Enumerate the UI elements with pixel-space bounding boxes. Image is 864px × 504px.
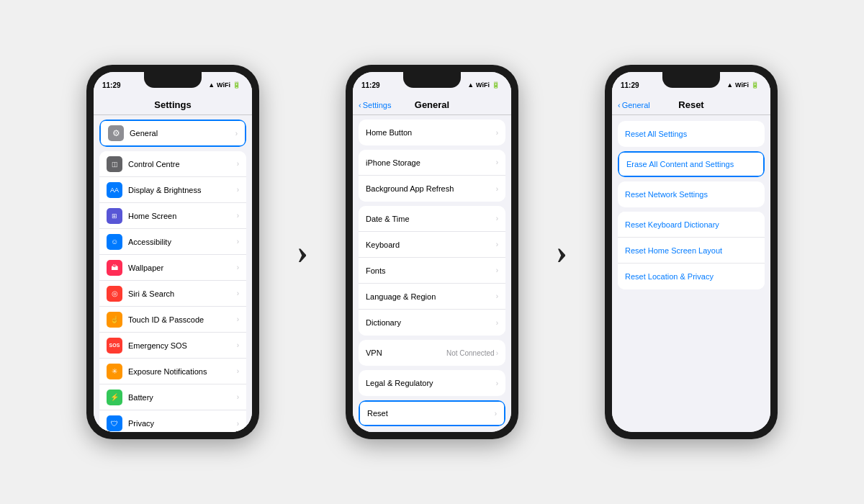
screen-title-2: General	[415, 99, 449, 110]
general-item-iphone-storage[interactable]: iPhone Storage ›	[359, 150, 505, 176]
general-item-vpn[interactable]: VPN Not Connected ›	[359, 340, 505, 366]
back-btn-general[interactable]: ‹ General	[618, 101, 650, 109]
screen-title-3: Reset	[678, 99, 703, 110]
general-group-3: Date & Time › Keyboard › Fonts › Languag…	[359, 206, 505, 336]
status-icons-2: ▲WiFi🔋	[467, 81, 500, 89]
notch-2	[403, 72, 461, 88]
settings-item-siri[interactable]: ◎ Siri & Search ›	[99, 281, 246, 307]
phone-2: 11:29 ▲WiFi🔋 ‹ Settings General Home But…	[346, 65, 518, 439]
back-label-general: General	[622, 101, 650, 109]
settings-item-privacy[interactable]: 🛡 Privacy ›	[99, 410, 246, 432]
reset-group-1: Reset All Settings	[618, 121, 765, 147]
icon-display: AA	[107, 182, 122, 198]
icon-touchid: ☝	[107, 312, 122, 328]
icon-sos: SOS	[107, 338, 122, 354]
back-label-settings: Settings	[363, 101, 392, 109]
nav-bar-2: ‹ Settings General	[353, 95, 511, 115]
icon-siri: ◎	[107, 286, 122, 302]
general-item-legal[interactable]: Legal & Regulatory ›	[359, 370, 505, 396]
status-icons-3: ▲WiFi🔋	[726, 81, 759, 89]
screen-content-1: ⚙ General › ◫ Control Centre › AA Displa…	[94, 115, 252, 432]
nav-bar-3: ‹ General Reset	[612, 95, 770, 115]
reset-group-others: Reset Keyboard Dictionary Reset Home Scr…	[618, 212, 765, 289]
general-item-date-time[interactable]: Date & Time ›	[359, 206, 505, 232]
general-item-keyboard[interactable]: Keyboard ›	[359, 232, 505, 258]
reset-group-network: Reset Network Settings	[618, 181, 765, 207]
general-group-reset: Reset ›	[359, 400, 505, 426]
phone-1: 11:29 ▲ WiFi 🔋 Settings ⚙ General ›	[86, 65, 259, 439]
reset-item-erase[interactable]: Erase All Content and Settings	[618, 151, 765, 177]
settings-item-control-centre[interactable]: ◫ Control Centre ›	[99, 151, 246, 177]
nav-bar-1: Settings	[94, 95, 252, 115]
general-item-reset[interactable]: Reset ›	[359, 400, 505, 426]
icon-battery: ⚡	[107, 390, 122, 405]
reset-group-erase: Erase All Content and Settings	[618, 151, 765, 177]
icon-exposure: ✳	[107, 364, 122, 379]
reset-item-home-screen-layout[interactable]: Reset Home Screen Layout	[618, 238, 765, 264]
settings-item-general[interactable]: ⚙ General ›	[99, 120, 246, 147]
reset-item-location[interactable]: Reset Location & Privacy	[618, 264, 765, 289]
settings-item-sos[interactable]: SOS Emergency SOS ›	[99, 333, 246, 359]
icon-wallpaper: 🏔	[107, 260, 122, 276]
notch-1	[144, 72, 202, 88]
phone-3: 11:29 ▲WiFi🔋 ‹ General Reset Reset All S…	[605, 65, 778, 439]
reset-item-all-settings[interactable]: Reset All Settings	[618, 121, 765, 147]
general-item-home-button[interactable]: Home Button ›	[359, 120, 505, 145]
reset-item-keyboard[interactable]: Reset Keyboard Dictionary	[618, 212, 765, 238]
settings-item-exposure[interactable]: ✳ Exposure Notifications ›	[99, 359, 246, 384]
settings-item-touchid[interactable]: ☝ Touch ID & Passcode ›	[99, 307, 246, 333]
group-settings-2: ◫ Control Centre › AA Display & Brightne…	[99, 151, 246, 432]
general-group-1: Home Button ›	[359, 120, 505, 145]
screen-content-3: Reset All Settings Erase All Content and…	[612, 115, 770, 432]
screen-content-2: Home Button › iPhone Storage › Backgroun…	[353, 115, 511, 432]
group-general: ⚙ General ›	[99, 120, 246, 147]
shut-down-container: Shut Down	[353, 431, 511, 432]
label-general: General	[130, 129, 235, 138]
settings-item-display[interactable]: AA Display & Brightness ›	[99, 177, 246, 203]
reset-item-network[interactable]: Reset Network Settings	[618, 181, 765, 207]
general-item-background-app[interactable]: Background App Refresh ›	[359, 176, 505, 202]
status-icons-1: ▲ WiFi 🔋	[208, 81, 240, 89]
general-group-2: iPhone Storage › Background App Refresh …	[359, 150, 505, 202]
time-1: 11:29	[102, 81, 121, 89]
screen-title-1: Settings	[154, 99, 191, 110]
time-2: 11:29	[361, 81, 380, 89]
time-3: 11:29	[621, 81, 639, 89]
general-group-4: VPN Not Connected ›	[359, 340, 505, 366]
general-item-fonts[interactable]: Fonts ›	[359, 258, 505, 284]
icon-general: ⚙	[108, 125, 124, 141]
notch-3	[662, 72, 720, 88]
general-group-5: Legal & Regulatory ›	[359, 370, 505, 396]
general-item-dictionary[interactable]: Dictionary ›	[359, 310, 505, 336]
settings-item-home-screen[interactable]: ⊞ Home Screen ›	[99, 203, 246, 229]
settings-item-wallpaper[interactable]: 🏔 Wallpaper ›	[99, 255, 246, 281]
back-btn-settings[interactable]: ‹ Settings	[359, 101, 391, 109]
settings-item-accessibility[interactable]: ☺ Accessibility ›	[99, 229, 246, 255]
general-item-language[interactable]: Language & Region ›	[359, 284, 505, 310]
settings-item-battery[interactable]: ⚡ Battery ›	[99, 384, 246, 410]
icon-privacy: 🛡	[107, 415, 122, 431]
arrow-2: ›	[540, 235, 583, 269]
icon-accessibility: ☺	[107, 234, 122, 250]
icon-control-centre: ◫	[107, 156, 122, 172]
icon-home-screen: ⊞	[107, 208, 122, 224]
arrow-1: ›	[281, 235, 324, 269]
